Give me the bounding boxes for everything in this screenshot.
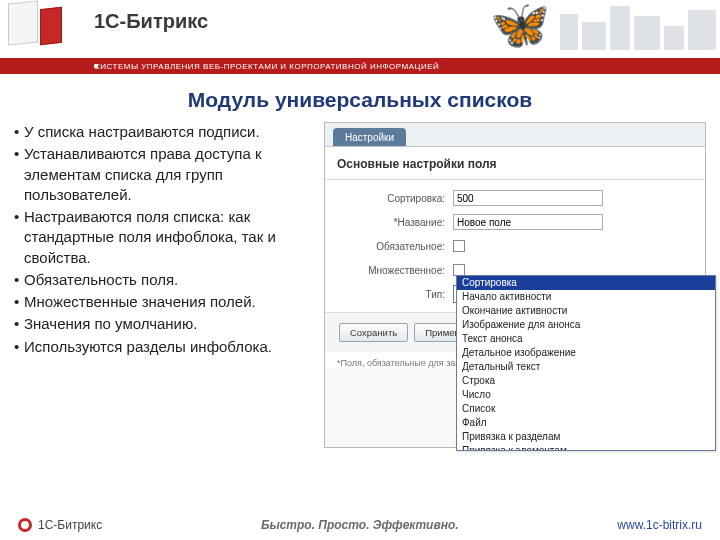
sort-input[interactable]: [453, 190, 603, 206]
box-icon: [40, 7, 62, 45]
butterfly-icon: 🦋: [490, 0, 550, 53]
type-label: Тип:: [325, 289, 453, 300]
dropdown-option[interactable]: Сортировка: [457, 276, 715, 290]
dropdown-option[interactable]: Привязка к элементам: [457, 444, 715, 451]
footer-logo: 1С-Битрикс: [18, 518, 102, 532]
name-label: *Название:: [325, 217, 453, 228]
dropdown-option[interactable]: Начало активности: [457, 290, 715, 304]
dropdown-option[interactable]: Привязка к разделам: [457, 430, 715, 444]
section-heading: Основные настройки поля: [325, 147, 705, 180]
dropdown-option[interactable]: Изображение для анонса: [457, 318, 715, 332]
brand-name: 1С-Битрикс: [94, 10, 208, 33]
dropdown-option[interactable]: Детальное изображение: [457, 346, 715, 360]
dropdown-option[interactable]: Строка: [457, 374, 715, 388]
product-box-graphic: [8, 2, 76, 50]
list-item: Значения по умолчанию.: [14, 314, 304, 334]
dropdown-option[interactable]: Список: [457, 402, 715, 416]
dropdown-option[interactable]: Файл: [457, 416, 715, 430]
required-label: Обязательное:: [325, 241, 453, 252]
sort-label: Сортировка:: [325, 193, 453, 204]
footer-url[interactable]: www.1c-bitrix.ru: [617, 518, 702, 532]
tab-bar: Настройки: [325, 123, 705, 147]
page-footer: 1С-Битрикс Быстро. Просто. Эффективно. w…: [0, 510, 720, 540]
save-button[interactable]: Сохранить: [339, 323, 408, 342]
ring-icon: [18, 518, 32, 532]
list-item: У списка настраиваются подписи.: [14, 122, 304, 142]
multiple-label: Множественное:: [325, 265, 453, 276]
name-input[interactable]: [453, 214, 603, 230]
dropdown-option[interactable]: Окончание активности: [457, 304, 715, 318]
page-header: 1С-Битрикс 🦋: [0, 0, 720, 58]
list-item: Множественные значения полей.: [14, 292, 304, 312]
content-row: У списка настраиваются подписи. Устанавл…: [0, 122, 720, 448]
tab-settings[interactable]: Настройки: [333, 128, 406, 146]
list-item: Настраиваются поля списка: как стандартн…: [14, 207, 304, 268]
feature-list: У списка настраиваются подписи. Устанавл…: [14, 122, 304, 448]
dropdown-option[interactable]: Детальный текст: [457, 360, 715, 374]
page-title: Модуль универсальных списков: [0, 88, 720, 112]
header-tagline-bar: СИСТЕМЫ УПРАВЛЕНИЯ ВЕБ-ПРОЕКТАМИ И КОРПО…: [0, 58, 720, 74]
settings-panel-screenshot: Настройки Основные настройки поля Сортир…: [324, 122, 706, 448]
dropdown-option[interactable]: Текст анонса: [457, 332, 715, 346]
footer-slogan: Быстро. Просто. Эффективно.: [261, 518, 459, 532]
header-tagline: СИСТЕМЫ УПРАВЛЕНИЯ ВЕБ-ПРОЕКТАМИ И КОРПО…: [94, 62, 439, 71]
type-dropdown-open[interactable]: Сортировка Начало активности Окончание а…: [456, 275, 716, 451]
required-checkbox[interactable]: [453, 240, 465, 252]
footer-brand: 1С-Битрикс: [38, 518, 102, 532]
list-item: Используются разделы инфоблока.: [14, 337, 304, 357]
skyline-graphic: [560, 0, 720, 50]
dropdown-option[interactable]: Число: [457, 388, 715, 402]
list-item: Устанавливаются права доступа к элемента…: [14, 144, 304, 205]
box-icon: [8, 0, 38, 45]
list-item: Обязательность поля.: [14, 270, 304, 290]
